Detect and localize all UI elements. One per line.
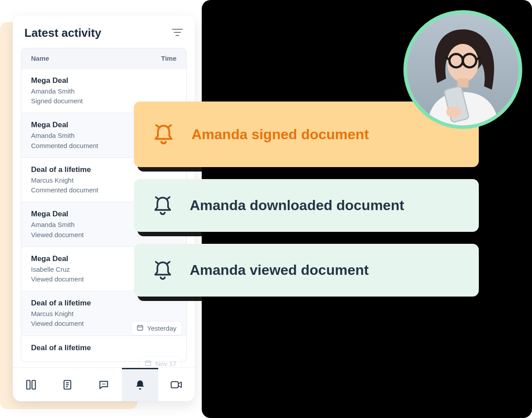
panel-header: Latest activity	[13, 16, 195, 48]
date-chip-label: Nov 17	[155, 360, 176, 367]
svg-rect-11	[27, 380, 30, 389]
svg-rect-12	[32, 380, 35, 389]
svg-rect-3	[137, 325, 143, 330]
nav-video[interactable]	[158, 368, 195, 401]
row-person: Amanda Smith	[31, 87, 176, 96]
svg-point-18	[103, 383, 104, 384]
nav-document[interactable]	[49, 368, 86, 401]
svg-point-17	[102, 383, 103, 384]
nav-layout[interactable]	[13, 368, 49, 401]
nav-chat[interactable]	[86, 368, 122, 401]
filter-icon[interactable]	[172, 28, 183, 39]
bell-icon	[150, 193, 176, 219]
svg-point-30	[446, 106, 462, 117]
row-deal: Deal of a lifetime	[31, 343, 176, 353]
col-time-label: Time	[161, 55, 176, 62]
toast-text: Amanda viewed document	[190, 262, 369, 278]
bell-icon	[150, 258, 176, 283]
row-deal: Mega Deal	[31, 76, 176, 86]
date-chip-label: Yesterday	[147, 324, 176, 332]
user-avatar	[403, 10, 522, 129]
col-name-label: Name	[31, 55, 49, 62]
toast-text: Amanda downloaded document	[190, 197, 404, 214]
bell-icon	[150, 121, 177, 148]
bottom-nav	[13, 367, 195, 401]
svg-rect-20	[171, 382, 178, 388]
toast-viewed[interactable]: Amanda viewed document	[134, 244, 479, 297]
row-person: Marcus Knight	[31, 309, 176, 318]
svg-point-19	[105, 383, 106, 384]
svg-rect-7	[145, 361, 151, 366]
toast-text: Amanda signed document	[192, 126, 369, 143]
panel-title: Latest activity	[24, 26, 101, 40]
calendar-icon	[137, 324, 144, 332]
list-header: Name Time	[21, 48, 186, 68]
canvas: Latest activity Name Time Mega Deal Aman…	[0, 0, 532, 418]
row-deal: Deal of a lifetime	[31, 298, 176, 309]
nav-notifications[interactable]	[122, 368, 158, 401]
toast-downloaded[interactable]: Amanda downloaded document	[134, 179, 479, 232]
date-chip: Yesterday	[131, 321, 182, 336]
calendar-icon	[145, 359, 152, 368]
